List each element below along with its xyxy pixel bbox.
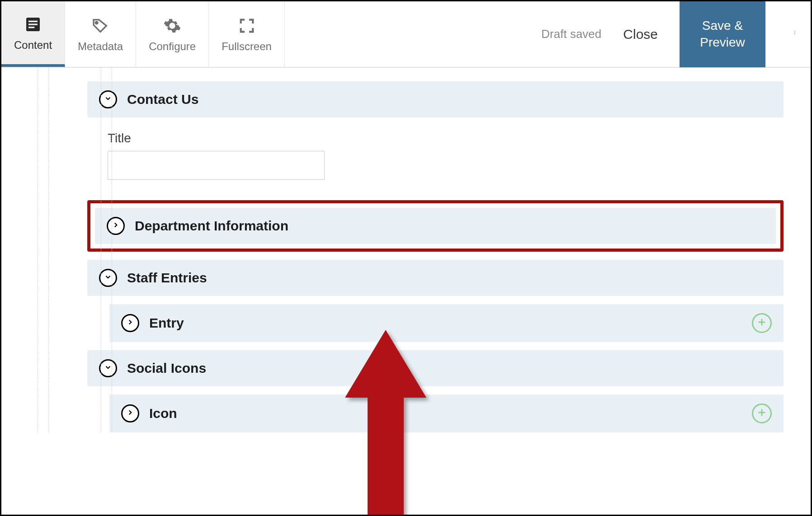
- panel-social-icons[interactable]: Social Icons: [87, 350, 784, 386]
- save-preview-button[interactable]: Save & Preview: [680, 1, 765, 67]
- collapse-toggle[interactable]: [99, 359, 117, 377]
- collapse-toggle[interactable]: [99, 90, 117, 108]
- svg-point-6: [794, 32, 795, 33]
- add-entry-button[interactable]: [752, 313, 772, 333]
- panel-icon[interactable]: Icon: [109, 394, 784, 432]
- title-input[interactable]: [108, 151, 325, 180]
- tab-label: Metadata: [78, 40, 123, 53]
- panel-contact-us[interactable]: Contact Us: [87, 81, 784, 117]
- tree-guides: [1, 68, 92, 432]
- tab-label: Fullscreen: [222, 40, 272, 53]
- toolbar: Content Metadata Configure Fullscreen Dr…: [1, 1, 811, 68]
- tab-configure[interactable]: Configure: [136, 1, 209, 67]
- tag-icon: [91, 16, 109, 36]
- chevron-right-icon: [126, 318, 134, 328]
- annotation-highlight: Department Information: [87, 200, 784, 252]
- draft-status: Draft saved: [541, 27, 601, 41]
- plus-icon: [757, 317, 767, 329]
- svg-rect-1: [28, 20, 38, 22]
- expand-toggle[interactable]: [121, 314, 139, 332]
- panel-title: Social Icons: [127, 361, 206, 376]
- chevron-down-icon: [104, 363, 112, 373]
- svg-point-5: [794, 31, 795, 31]
- tab-label: Content: [14, 39, 52, 52]
- panel-staff-entries[interactable]: Staff Entries: [87, 260, 784, 296]
- panel-title: Icon: [149, 406, 177, 421]
- more-menu-button[interactable]: [779, 1, 811, 67]
- field-label: Title: [108, 131, 784, 145]
- tab-metadata[interactable]: Metadata: [65, 1, 136, 67]
- chevron-right-icon: [126, 408, 134, 418]
- plus-icon: [757, 408, 767, 419]
- panel-title: Contact Us: [127, 92, 198, 107]
- content-body: Contact Us Title Department Information: [1, 68, 811, 432]
- svg-point-7: [794, 33, 795, 33]
- toolbar-right: Draft saved Close Save & Preview: [541, 1, 811, 67]
- chevron-down-icon: [104, 273, 112, 283]
- expand-toggle[interactable]: [107, 217, 125, 235]
- tab-content[interactable]: Content: [1, 1, 65, 67]
- add-icon-button[interactable]: [752, 403, 772, 423]
- collapse-toggle[interactable]: [99, 269, 117, 287]
- field-title: Title: [108, 131, 784, 180]
- expand-toggle[interactable]: [121, 404, 139, 422]
- tab-fullscreen[interactable]: Fullscreen: [209, 1, 285, 67]
- chevron-down-icon: [104, 94, 112, 104]
- fullscreen-icon: [238, 16, 256, 36]
- svg-rect-3: [28, 27, 34, 28]
- panel-title: Staff Entries: [127, 270, 207, 286]
- chevron-right-icon: [112, 221, 120, 231]
- content-icon: [24, 14, 42, 34]
- close-button[interactable]: Close: [615, 27, 666, 42]
- tab-label: Configure: [149, 40, 196, 53]
- svg-rect-2: [28, 23, 38, 25]
- panel-entry[interactable]: Entry: [109, 304, 784, 342]
- panel-department-information[interactable]: Department Information: [95, 208, 776, 244]
- svg-point-4: [95, 21, 98, 23]
- more-vertical-icon: [793, 25, 797, 44]
- panel-title: Department Information: [135, 218, 288, 234]
- panel-title: Entry: [149, 315, 184, 331]
- gear-icon: [163, 16, 181, 36]
